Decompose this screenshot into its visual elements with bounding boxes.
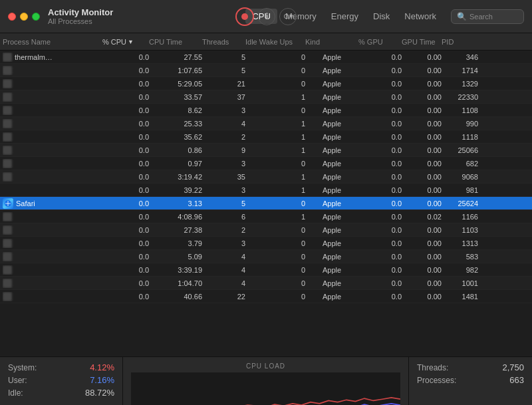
process-cell: Apple [305,239,358,247]
col-header-name[interactable]: Process Name [3,38,102,46]
table-row[interactable]: Safari0.03.1350Apple0.00.0025624 [0,197,532,210]
col-header-gputime[interactable]: GPU Time [402,38,442,46]
process-cell: 27.38 [149,226,202,234]
process-cell: 682 [442,160,478,168]
table-row[interactable]: 0.03:19.42351Apple0.00.009068 [0,170,532,184]
table-row[interactable]: 0.035.6221Apple0.00.001118 [0,130,532,144]
process-cell: 0.00 [402,120,442,128]
search-box[interactable]: 🔍 Search [451,9,524,24]
process-cell: 0 [245,293,305,301]
process-cell: 5 [202,53,245,61]
inspect-button[interactable]: ⊙▾ [279,8,297,25]
table-row[interactable]: 0.03.7930Apple0.00.001313 [0,237,532,250]
process-cell: 3 [202,106,245,114]
titlebar: Activity Monitor All Processes ℹ ⊙▾ CPU … [0,0,532,33]
stop-process-button[interactable] [235,7,254,26]
process-cell: Apple [305,120,358,128]
process-cell: Apple [305,67,358,74]
table-row[interactable]: 0.00.8691Apple0.00.0025066 [0,144,532,157]
processes-label: Processes: [417,376,456,385]
table-row[interactable]: 0.01:04.7040Apple0.00.001001 [0,277,532,290]
col-header-kind[interactable]: Kind [305,38,358,46]
process-icon [3,53,12,62]
process-name-cell [3,119,102,128]
idle-label: Idle: [8,388,23,398]
process-cell: 0 [245,226,305,234]
close-button[interactable] [8,13,16,21]
process-icon [3,279,12,288]
info-button[interactable]: ℹ [258,8,275,25]
user-stat-row: User: 7.16% [8,375,114,385]
process-cell: 1 [245,173,305,181]
process-cell: 0.0 [358,239,402,247]
tab-disk[interactable]: Disk [366,9,396,24]
column-headers: Process Name % CPU ▼ CPU Time Threads Id… [0,33,532,51]
process-cell: 1 [245,146,305,154]
table-row[interactable]: 0.05:29.05210Apple0.00.001329 [0,77,532,90]
tab-energy[interactable]: Energy [325,9,365,24]
process-cell: 1118 [442,133,478,141]
process-cell: 8.62 [149,106,202,114]
process-cell: 0.00 [402,200,442,207]
process-cell: 981 [442,186,478,194]
process-cell: 1 [245,93,305,101]
process-cell: Apple [305,93,358,101]
process-icon [3,146,12,155]
table-row[interactable]: 0.033.57371Apple0.00.0022330 [0,90,532,104]
process-cell: 9068 [442,173,478,181]
threads-stat-row: Threads: 2,750 [417,362,524,372]
cpu-load-title: CPU LOAD [246,362,285,370]
maximize-button[interactable] [32,13,40,21]
system-value: 4.12% [90,362,114,372]
app-title: Activity Monitor [48,7,113,17]
process-icon [3,106,12,115]
titlebar-center-controls: ℹ ⊙▾ [235,7,297,26]
table-row[interactable]: 0.08.6230Apple0.00.001108 [0,104,532,117]
table-row[interactable]: 0.04:08.9661Apple0.00.021166 [0,210,532,223]
process-cell: 0.00 [402,293,442,301]
table-row[interactable]: 0.025.3341Apple0.00.00990 [0,117,532,130]
col-header-threads[interactable]: Threads [202,38,245,46]
col-header-idle[interactable]: Idle Wake Ups [245,38,305,46]
process-cell: 3 [202,160,245,168]
process-name-cell [3,79,102,88]
col-header-gpu[interactable]: % GPU [358,38,402,46]
col-header-cpu[interactable]: % CPU ▼ [102,38,149,46]
process-icon [3,225,12,235]
table-row[interactable]: 0.03:39.1940Apple0.00.00982 [0,263,532,277]
col-header-cputime[interactable]: CPU Time [149,38,202,46]
traffic-lights [8,13,40,21]
user-label: User: [8,376,27,385]
process-cell: 0.00 [402,253,442,261]
sort-arrow-icon: ▼ [128,39,134,45]
table-row[interactable]: 0.00.9730Apple0.00.00682 [0,157,532,170]
tab-network[interactable]: Network [398,9,443,24]
table-row[interactable]: thermalm…0.027.5550Apple0.00.00346 [0,51,532,64]
col-header-pid[interactable]: PID [442,38,478,46]
process-cell: 35.62 [149,133,202,141]
process-cell: 0.0 [102,293,149,301]
process-icon [3,132,12,142]
process-cell: 22 [202,293,245,301]
process-cell: 0 [245,239,305,247]
search-placeholder: Search [469,13,493,21]
process-cell: 0.0 [102,120,149,128]
process-cell: 0.00 [402,173,442,181]
process-cell: 1 [245,120,305,128]
table-row[interactable]: 0.039.2231Apple0.00.00981 [0,184,532,197]
process-cell: 0.00 [402,106,442,114]
process-cell: Apple [305,133,358,141]
process-cell: 5 [202,200,245,207]
table-row[interactable]: 0.027.3820Apple0.00.001103 [0,223,532,237]
process-cell: 982 [442,266,478,274]
app-title-area: Activity Monitor All Processes [48,7,113,25]
process-cell: 0.00 [402,53,442,61]
table-row[interactable]: 0.01:07.6550Apple0.00.001714 [0,64,532,77]
table-row[interactable]: 0.040.66220Apple0.00.001481 [0,290,532,303]
process-cell: 4 [202,279,245,287]
process-cell: 9 [202,146,245,154]
minimize-button[interactable] [20,13,28,21]
process-name-cell [3,292,102,301]
table-row[interactable]: 0.05.0940Apple0.00.00583 [0,250,532,263]
process-cell: 25.33 [149,120,202,128]
